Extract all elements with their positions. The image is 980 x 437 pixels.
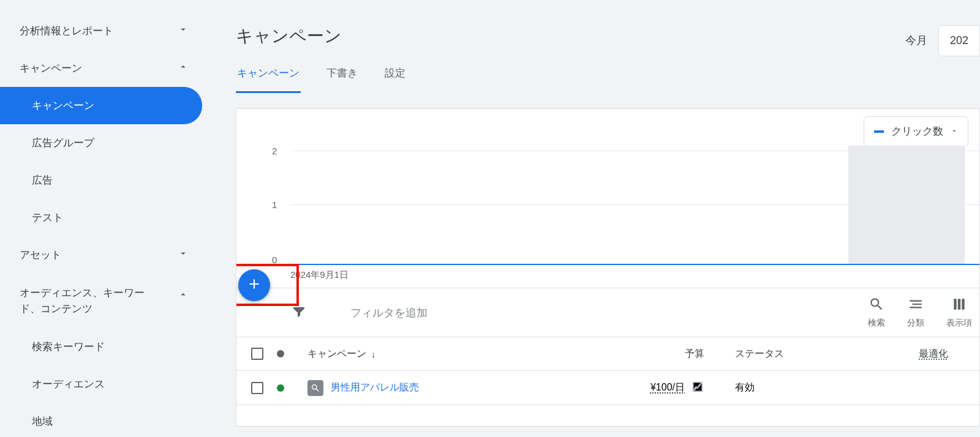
y-tick: 1 bbox=[272, 200, 277, 210]
sidebar-item-search-keywords[interactable]: 検索キーワード bbox=[0, 328, 208, 365]
status-text: 有効 bbox=[735, 382, 755, 392]
plus-icon bbox=[246, 276, 262, 294]
campaign-name-link[interactable]: 男性用アパレル販売 bbox=[331, 381, 419, 394]
cell-budget[interactable]: ¥100/日 bbox=[551, 380, 723, 396]
left-sidebar: 分析情報とレポート キャンペーン キャンペーン 広告グループ 広告 テスト アセ… bbox=[0, 0, 208, 437]
header-label: 最適化 bbox=[919, 348, 948, 359]
sidebar-section-label: キャンペーン bbox=[20, 61, 82, 75]
sidebar-item-label: 広告 bbox=[32, 173, 53, 187]
segment-button[interactable]: 分類 bbox=[907, 296, 924, 329]
sidebar-item-label: キャンペーン bbox=[32, 99, 94, 113]
status-filter-dot[interactable] bbox=[277, 350, 284, 357]
sidebar-item-label: 検索キーワード bbox=[32, 340, 105, 354]
header-label: ステータス bbox=[735, 348, 784, 359]
metric-label: クリック数 bbox=[891, 124, 943, 138]
sidebar-item-label: テスト bbox=[32, 211, 63, 225]
add-campaign-button[interactable] bbox=[238, 269, 270, 301]
cell-status: 有効 bbox=[723, 381, 907, 394]
sidebar-item-tests[interactable]: テスト bbox=[0, 199, 208, 236]
x-tick: 2024年9月1日 bbox=[290, 269, 349, 281]
main-content: キャンペーン 今月 202 キャンペーン 下書き 設定 クリック数 2 1 0 … bbox=[236, 0, 980, 437]
content-card: クリック数 2 1 0 2024年9月1日 フィルタを追加 検 bbox=[236, 108, 980, 427]
sidebar-item-audiences[interactable]: オーディエンス bbox=[0, 365, 208, 403]
chart-baseline bbox=[290, 264, 979, 265]
column-header-status[interactable]: ステータス bbox=[723, 348, 907, 360]
budget-value: ¥100/日 bbox=[650, 381, 685, 394]
date-range-picker: 今月 202 bbox=[894, 24, 980, 56]
date-range-button[interactable]: 202 bbox=[938, 25, 980, 56]
sidebar-item-label: 地域 bbox=[32, 414, 53, 428]
table-toolbar: フィルタを追加 検索 分類 表示項 bbox=[236, 288, 979, 337]
sidebar-section-audiences[interactable]: オーディエンス、キーワード、コンテンツ bbox=[0, 274, 208, 328]
sidebar-section-label: アセット bbox=[20, 248, 61, 262]
table-header: キャンペーン ↓ 予算 ステータス 最適化 bbox=[236, 337, 979, 371]
header-label: キャンペーン bbox=[307, 348, 366, 360]
y-tick: 2 bbox=[272, 146, 277, 156]
sidebar-section-label: オーディエンス、キーワード、コンテンツ bbox=[20, 285, 160, 316]
sidebar-item-label: オーディエンス bbox=[32, 377, 105, 391]
search-icon bbox=[869, 296, 884, 314]
line-chart: 2 1 0 2024年9月1日 bbox=[261, 146, 979, 280]
caret-down-icon bbox=[951, 125, 958, 138]
chevron-up-icon bbox=[178, 289, 189, 303]
chart-future-shade bbox=[848, 146, 965, 265]
sidebar-section-insights[interactable]: 分析情報とレポート bbox=[0, 12, 208, 50]
sidebar-item-ads[interactable]: 広告 bbox=[0, 162, 208, 199]
gridline bbox=[290, 151, 979, 151]
sidebar-section-assets[interactable]: アセット bbox=[0, 236, 208, 274]
sidebar-item-locations[interactable]: 地域 bbox=[0, 403, 208, 437]
sidebar-item-label: 広告グループ bbox=[32, 136, 94, 150]
tab-drafts[interactable]: 下書き bbox=[325, 66, 359, 93]
filter-icon[interactable] bbox=[292, 304, 306, 321]
tab-label: キャンペーン bbox=[237, 67, 300, 79]
tool-label: 分類 bbox=[907, 318, 924, 329]
columns-icon bbox=[951, 296, 967, 314]
table-row: 男性用アパレル販売 ¥100/日 有効 bbox=[236, 371, 979, 405]
toolbar-actions: 検索 分類 表示項 bbox=[868, 288, 979, 337]
segment-icon bbox=[908, 296, 924, 314]
chevron-down-icon bbox=[178, 248, 189, 262]
columns-button[interactable]: 表示項 bbox=[946, 296, 972, 329]
budget-simulator-disabled-icon bbox=[691, 380, 704, 396]
tab-settings[interactable]: 設定 bbox=[383, 66, 407, 93]
chevron-down-icon bbox=[178, 24, 189, 38]
tab-label: 設定 bbox=[385, 67, 405, 79]
tab-campaigns[interactable]: キャンペーン bbox=[236, 66, 301, 93]
tab-label: 下書き bbox=[326, 67, 358, 79]
gridline bbox=[290, 204, 979, 205]
tool-label: 表示項 bbox=[946, 318, 972, 329]
column-header-name[interactable]: キャンペーン ↓ bbox=[294, 348, 551, 360]
series-color-icon bbox=[874, 130, 884, 133]
filter-placeholder[interactable]: フィルタを追加 bbox=[350, 305, 428, 320]
chart-metric-dropdown[interactable]: クリック数 bbox=[864, 116, 968, 146]
cell-campaign-name: 男性用アパレル販売 bbox=[294, 380, 551, 396]
tab-bar: キャンペーン 下書き 設定 bbox=[236, 66, 980, 94]
sidebar-item-adgroups[interactable]: 広告グループ bbox=[0, 124, 208, 162]
column-header-optimization[interactable]: 最適化 bbox=[907, 348, 979, 360]
date-preset-label[interactable]: 今月 bbox=[894, 24, 938, 56]
tool-label: 検索 bbox=[868, 318, 885, 329]
sidebar-section-label: 分析情報とレポート bbox=[20, 24, 113, 38]
column-header-budget[interactable]: 予算 bbox=[551, 348, 723, 360]
status-indicator-icon bbox=[277, 384, 284, 392]
select-all-checkbox[interactable] bbox=[251, 348, 263, 360]
row-checkbox[interactable] bbox=[251, 382, 263, 394]
header-label: 予算 bbox=[685, 348, 704, 360]
sidebar-section-campaigns[interactable]: キャンペーン bbox=[0, 50, 208, 87]
sort-descending-icon: ↓ bbox=[371, 349, 376, 359]
campaign-type-search-icon bbox=[307, 380, 323, 396]
sidebar-item-campaigns[interactable]: キャンペーン bbox=[0, 87, 202, 124]
chevron-up-icon bbox=[178, 61, 189, 75]
search-button[interactable]: 検索 bbox=[868, 296, 885, 329]
page-title: キャンペーン bbox=[236, 0, 980, 66]
